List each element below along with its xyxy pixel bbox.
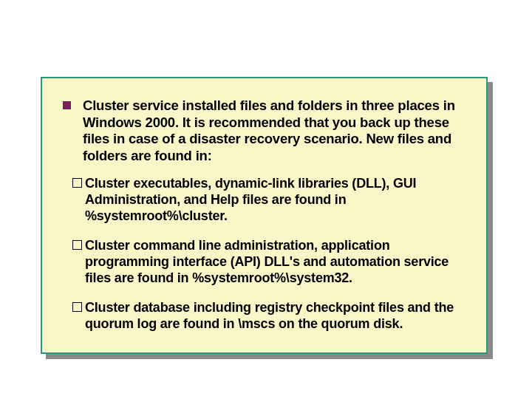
info-panel: Cluster service installed files and fold… [41, 77, 488, 354]
empty-square-icon [72, 302, 82, 312]
item-text: Cluster executables, dynamic-link librar… [85, 176, 416, 223]
list-item: Cluster command line administration, app… [63, 238, 479, 287]
item-text: Cluster database including registry chec… [85, 300, 454, 331]
item-text: Cluster command line administration, app… [85, 238, 449, 285]
empty-square-icon [72, 240, 82, 250]
item-wrap: Cluster database including registry chec… [63, 300, 473, 332]
item-wrap: Cluster executables, dynamic-link librar… [63, 176, 473, 225]
list-item: Cluster executables, dynamic-link librar… [63, 176, 479, 225]
item-wrap: Cluster command line administration, app… [63, 238, 473, 287]
empty-square-icon [72, 178, 82, 188]
intro-text: Cluster service installed files and fold… [83, 98, 479, 164]
list-item: Cluster database including registry chec… [63, 300, 479, 332]
square-bullet-icon [63, 101, 71, 109]
intro-row: Cluster service installed files and fold… [63, 98, 479, 164]
